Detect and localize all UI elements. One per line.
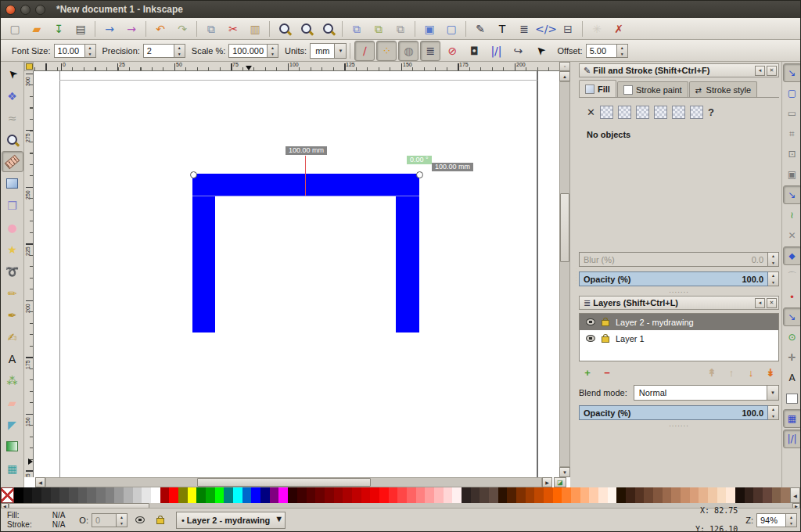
snap-bbox-edges-button[interactable]: ▭ xyxy=(783,104,801,123)
palette-swatch[interactable] xyxy=(334,487,343,503)
palette-swatch[interactable] xyxy=(114,487,124,503)
palette-swatch[interactable] xyxy=(471,487,480,503)
precision-value[interactable]: 2 xyxy=(143,44,174,58)
palette-swatch[interactable] xyxy=(589,487,598,503)
palette-swatch[interactable] xyxy=(489,487,498,503)
hscroll-left-arrow[interactable]: ◀ xyxy=(35,477,45,487)
eye-icon[interactable] xyxy=(586,335,595,342)
measure-reverse-toggle[interactable]: ⊘ xyxy=(442,41,462,61)
palette-swatch[interactable] xyxy=(416,487,426,503)
lower-layer-bottom-button[interactable]: ↡ xyxy=(762,365,779,380)
snap-bbox-edge-midpoints-button[interactable]: ⊡ xyxy=(783,145,801,164)
paint-pattern-button[interactable] xyxy=(654,106,667,119)
palette-swatch[interactable] xyxy=(352,487,361,503)
palette-swatch[interactable] xyxy=(389,487,398,503)
vertical-ruler[interactable]: 300275250225200175150125 xyxy=(24,71,34,477)
palette-swatch[interactable] xyxy=(753,487,763,503)
palette-swatch[interactable] xyxy=(425,487,434,503)
palette-swatch[interactable] xyxy=(196,487,206,503)
raise-layer-button[interactable]: ↑ xyxy=(723,365,740,380)
tool-gradient-button[interactable] xyxy=(2,436,23,457)
snap-text-baseline-button[interactable]: A xyxy=(783,368,801,387)
snap-line-midpoints-button[interactable]: ∙ xyxy=(783,287,801,306)
palette-swatch[interactable] xyxy=(297,487,307,503)
measure-show-hidden-intersections-toggle[interactable]: ◍ xyxy=(398,41,418,61)
palette-swatch[interactable] xyxy=(781,487,790,503)
panel-resize-grip[interactable]: ······· xyxy=(579,422,779,430)
fill-stroke-panel-titlebar[interactable]: ✎ Fill and Stroke (Shift+Ctrl+F) ◂ ✕ xyxy=(579,63,779,77)
palette-swatch[interactable] xyxy=(315,487,325,503)
document-new-button[interactable]: ▢ xyxy=(5,19,25,39)
snap-enable-button[interactable]: ↘ xyxy=(783,63,801,82)
offset-spinner[interactable]: ▲▼ xyxy=(616,44,628,58)
blend-mode-combobox[interactable]: Normal ▼ xyxy=(634,385,779,401)
paint-none-button[interactable]: ✕ xyxy=(587,107,595,117)
offset-value[interactable]: 5.00 xyxy=(586,44,616,58)
zoom-selection-button[interactable] xyxy=(274,19,294,39)
zoom-spinner[interactable]: ▲▼ xyxy=(785,513,797,527)
font-size-value[interactable]: 10.00 xyxy=(54,44,84,58)
palette-swatch[interactable] xyxy=(516,487,526,503)
edit-paste-button[interactable]: ▥ xyxy=(245,19,265,39)
palette-swatch[interactable] xyxy=(526,487,535,503)
palette-swatch[interactable] xyxy=(233,487,242,503)
document-open-button[interactable]: ▰ xyxy=(27,19,47,39)
palette-swatch[interactable] xyxy=(571,487,580,503)
filters-gear-button[interactable]: ✳ xyxy=(587,19,607,39)
palette-swatch[interactable] xyxy=(507,487,516,503)
palette-swatch[interactable] xyxy=(106,487,115,503)
layers-dialog-button[interactable]: ≣ xyxy=(514,19,534,39)
palette-swatch[interactable] xyxy=(32,487,41,503)
snap-object-centers-button[interactable]: ⊙ xyxy=(783,328,801,347)
layer-row[interactable]: Layer 2 - mydrawing xyxy=(580,314,778,330)
layer-visibility-toggle[interactable] xyxy=(132,513,148,527)
palette-swatch[interactable] xyxy=(278,487,288,503)
snap-smooth-nodes-button[interactable]: ⌒ xyxy=(783,267,801,286)
align-distribute-dialog-button[interactable]: ⊟ xyxy=(558,19,578,39)
edit-copy-button[interactable]: ⧉ xyxy=(201,19,221,39)
palette-swatch[interactable] xyxy=(407,487,416,503)
palette-swatch[interactable] xyxy=(23,487,33,503)
edit-duplicate-button[interactable]: ⧉ xyxy=(347,19,367,39)
paint-unknown-button[interactable] xyxy=(690,106,703,119)
tool-node-editor-button[interactable]: ❖ xyxy=(2,85,23,106)
object-opacity-value[interactable]: 0 xyxy=(92,513,116,527)
hscroll-right-arrow[interactable]: ▶ xyxy=(542,477,552,487)
tool-tweak-button[interactable]: ≈ xyxy=(2,107,23,128)
tool-selector-button[interactable]: ➤ xyxy=(2,63,23,84)
horizontal-ruler[interactable]: 0255075100125150175200 xyxy=(34,62,559,71)
palette-swatch[interactable] xyxy=(544,487,553,503)
palette-swatch[interactable] xyxy=(14,487,23,503)
object-opacity-spinbox[interactable]: 0 ▲▼ xyxy=(92,513,128,527)
panel-collapse-icon[interactable]: ◂ xyxy=(755,298,765,308)
tool-text-button[interactable]: A xyxy=(2,348,23,369)
palette-swatch[interactable] xyxy=(160,487,170,503)
palette-swatch[interactable] xyxy=(361,487,371,503)
lock-icon[interactable] xyxy=(602,336,609,343)
close-icon[interactable] xyxy=(5,5,16,15)
precision-spinbox[interactable]: 2 ▲▼ xyxy=(143,44,185,58)
tab-stroke-style[interactable]: ⇄Stroke style xyxy=(689,81,757,97)
edit-clone-button[interactable]: ⧉ xyxy=(368,19,389,39)
palette-swatch[interactable] xyxy=(78,487,88,503)
table-shape-right-leg[interactable] xyxy=(396,196,419,332)
palette-swatch[interactable] xyxy=(188,487,197,503)
paint-radial-gradient-button[interactable] xyxy=(636,106,649,119)
palette-swatch[interactable] xyxy=(215,487,224,503)
document-export-button[interactable]: → xyxy=(121,19,142,39)
palette-swatch[interactable] xyxy=(142,487,151,503)
palette-swatch[interactable] xyxy=(288,487,297,503)
palette-swatch[interactable] xyxy=(745,487,754,503)
palette-swatch[interactable] xyxy=(434,487,444,503)
palette-swatch[interactable] xyxy=(644,487,653,503)
palette-swatch[interactable] xyxy=(608,487,617,503)
layer-row[interactable]: Layer 1 xyxy=(580,330,778,347)
tool-spiral-button[interactable]: ➰ xyxy=(2,261,23,282)
palette-swatch-none[interactable] xyxy=(1,487,14,503)
snap-rotation-centers-button[interactable]: ✛ xyxy=(783,348,801,367)
panel-close-icon[interactable]: ✕ xyxy=(767,66,777,76)
palette-swatch[interactable] xyxy=(307,487,316,503)
layer-opacity-slider[interactable]: Opacity (%) 100.0 xyxy=(579,405,768,420)
palette-swatch[interactable] xyxy=(553,487,562,503)
edit-cut-button[interactable]: ✂ xyxy=(223,19,243,39)
